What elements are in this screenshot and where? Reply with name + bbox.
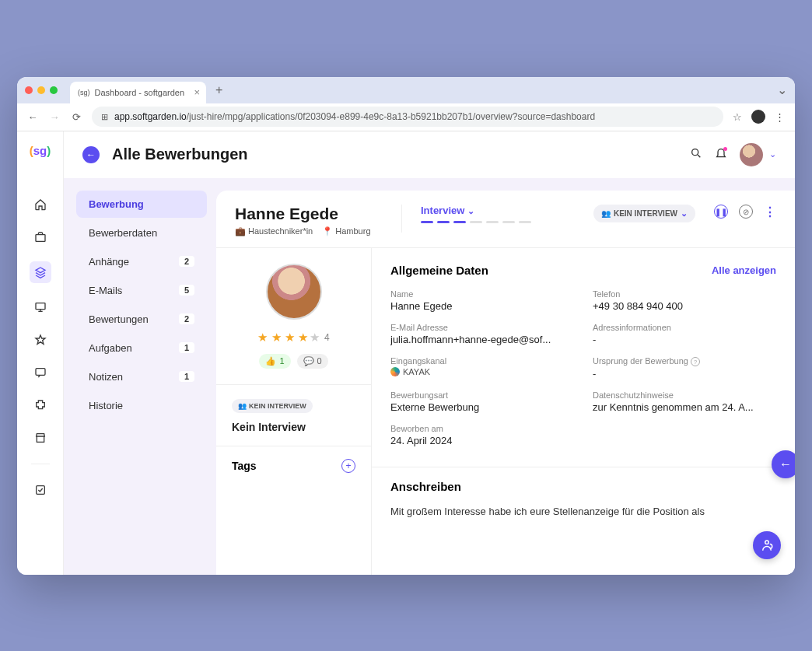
- bookmark-icon[interactable]: ☆: [733, 111, 742, 123]
- browser-profile-avatar[interactable]: [751, 110, 765, 124]
- checklist-icon[interactable]: [32, 481, 49, 499]
- nav-rail: (sg): [17, 131, 64, 575]
- detail-sidebar: Bewerbung Bewerberdaten Anhänge2 E-Mails…: [76, 191, 216, 575]
- detail-panel: Hanne Egede 💼 Haustechniker*in 📍 Hamburg…: [216, 191, 795, 575]
- chevron-down-icon: ⌄: [467, 206, 474, 215]
- comments-chip[interactable]: 💬 0: [297, 354, 328, 369]
- field-value: +49 30 884 940 400: [593, 300, 776, 312]
- layers-icon[interactable]: [30, 261, 51, 283]
- field-label: Adressinformationen: [593, 323, 776, 332]
- field-label: Name: [390, 289, 574, 299]
- briefcase-icon[interactable]: [32, 229, 49, 246]
- user-avatar: [740, 143, 763, 166]
- thumbs-up-chip[interactable]: 👍 1: [259, 354, 290, 369]
- rating-count: 4: [324, 332, 330, 343]
- cover-letter-title: Anschreiben: [390, 480, 776, 493]
- svg-rect-1: [36, 303, 45, 309]
- add-tag-button[interactable]: +: [341, 459, 355, 473]
- field-value: 24. April 2024: [390, 435, 574, 446]
- star-icon[interactable]: [32, 331, 49, 348]
- puzzle-icon[interactable]: [32, 397, 49, 414]
- field-label: Eingangskanal: [390, 356, 574, 366]
- maximize-window[interactable]: [50, 86, 58, 94]
- home-icon[interactable]: [32, 196, 49, 213]
- browser-tab-strip: (sg) Dashboard - softgarden × + ⌄: [17, 77, 795, 103]
- user-menu[interactable]: ⌄: [740, 143, 776, 166]
- field-value: zur Kenntnis genommen am 24. A...: [593, 401, 776, 413]
- reject-button[interactable]: ⊘: [739, 205, 753, 219]
- briefcase-icon: 💼 Haustechniker*in: [235, 226, 313, 236]
- search-icon[interactable]: [690, 147, 702, 163]
- more-menu-icon[interactable]: ⋮: [764, 205, 776, 219]
- sidebar-item-attachments[interactable]: Anhänge2: [76, 248, 207, 275]
- cover-letter-text: Mit großem Interesse habe ich eure Stell…: [390, 504, 776, 520]
- help-button[interactable]: [753, 531, 781, 559]
- app-logo[interactable]: (sg): [30, 144, 51, 157]
- sidebar-item-emails[interactable]: E-Mails5: [76, 277, 207, 304]
- candidate-job: Haustechniker*in: [248, 226, 313, 236]
- sidebar-item-history[interactable]: Historie: [76, 392, 207, 419]
- svg-rect-3: [36, 485, 44, 494]
- app-header: ← Alle Bewerbungen ⌄: [64, 131, 795, 178]
- field-value: Hanne Egede: [390, 300, 574, 312]
- rating-stars[interactable]: ★ ★ ★ ★ ★4: [232, 331, 355, 345]
- sidebar-item-application[interactable]: Bewerbung: [76, 191, 207, 218]
- chat-icon[interactable]: [32, 364, 49, 381]
- channel-value: KAYAK: [390, 367, 574, 376]
- chevron-down-icon: ⌄: [769, 149, 776, 159]
- window-controls: [25, 86, 58, 94]
- tabs-dropdown-icon[interactable]: ⌄: [777, 82, 787, 97]
- browser-tab[interactable]: (sg) Dashboard - softgarden ×: [70, 82, 206, 103]
- sidebar-item-ratings[interactable]: Bewertungen2: [76, 306, 207, 333]
- field-label: Datenschutzhinweise: [593, 390, 776, 400]
- field-label: E-Mail Adresse: [390, 323, 574, 332]
- svg-point-5: [765, 541, 769, 544]
- browser-menu-icon[interactable]: ⋮: [775, 111, 786, 123]
- field-value: julia.hoffmann+hanne-egede@sof...: [390, 334, 574, 345]
- close-tab-icon[interactable]: ×: [194, 86, 200, 98]
- stage-progress: [421, 221, 531, 223]
- people-icon: 👥: [601, 209, 611, 218]
- show-all-link[interactable]: Alle anzeigen: [712, 264, 776, 276]
- sidebar-item-tasks[interactable]: Aufgaben1: [76, 334, 207, 362]
- svg-point-4: [692, 149, 698, 155]
- pause-button[interactable]: ❚❚: [714, 205, 728, 219]
- back-button[interactable]: ←: [82, 146, 100, 163]
- field-label: Telefon: [593, 289, 776, 299]
- page-title: Alle Bewerbungen: [112, 145, 247, 163]
- general-data-title: Allgemeine Daten: [390, 264, 488, 277]
- minimize-window[interactable]: [37, 86, 45, 94]
- store-icon[interactable]: [32, 429, 49, 446]
- location-pin-icon: 📍 Hamburg: [322, 226, 370, 236]
- field-value: -: [593, 334, 776, 345]
- field-value: Externe Bewerbung: [390, 401, 574, 413]
- field-label: Beworben am: [390, 424, 574, 433]
- monitor-icon[interactable]: [32, 299, 49, 316]
- tab-title: Dashboard - softgarden: [95, 88, 185, 97]
- url-path: /just-hire/mpg/applications/0f203094-e89…: [187, 111, 595, 122]
- kayak-icon: [390, 367, 400, 376]
- info-icon[interactable]: ?: [691, 357, 700, 366]
- interview-status-chip[interactable]: 👥KEIN INTERVIEW ⌄: [593, 205, 695, 222]
- stage-dropdown[interactable]: Interview ⌄: [421, 205, 531, 216]
- interview-block-title: Kein Interview: [232, 421, 355, 433]
- sidebar-item-notes[interactable]: Notizen1: [76, 363, 207, 390]
- reload-icon[interactable]: ⟳: [70, 111, 82, 123]
- nav-forward-icon[interactable]: →: [48, 111, 61, 123]
- close-window[interactable]: [25, 86, 33, 94]
- svg-rect-2: [36, 368, 45, 375]
- interview-mini-chip: 👥 KEIN INTERVIEW: [232, 399, 313, 413]
- browser-toolbar: ← → ⟳ ⊞ app.softgarden.io/just-hire/mpg/…: [17, 103, 795, 131]
- collapse-panel-button[interactable]: ←: [772, 450, 795, 478]
- new-tab-button[interactable]: +: [215, 83, 222, 97]
- sidebar-item-applicant-data[interactable]: Bewerberdaten: [76, 219, 207, 247]
- address-bar[interactable]: ⊞ app.softgarden.io/just-hire/mpg/applic…: [92, 107, 723, 127]
- url-host: app.softgarden.io: [114, 111, 187, 122]
- tags-title: Tags: [232, 460, 257, 472]
- site-settings-icon[interactable]: ⊞: [101, 112, 108, 122]
- field-value: -: [593, 368, 776, 380]
- nav-back-icon[interactable]: ←: [26, 111, 39, 123]
- bell-icon[interactable]: [715, 147, 727, 163]
- svg-rect-0: [36, 234, 45, 241]
- field-label: Ursprung der Bewerbung?: [593, 356, 776, 366]
